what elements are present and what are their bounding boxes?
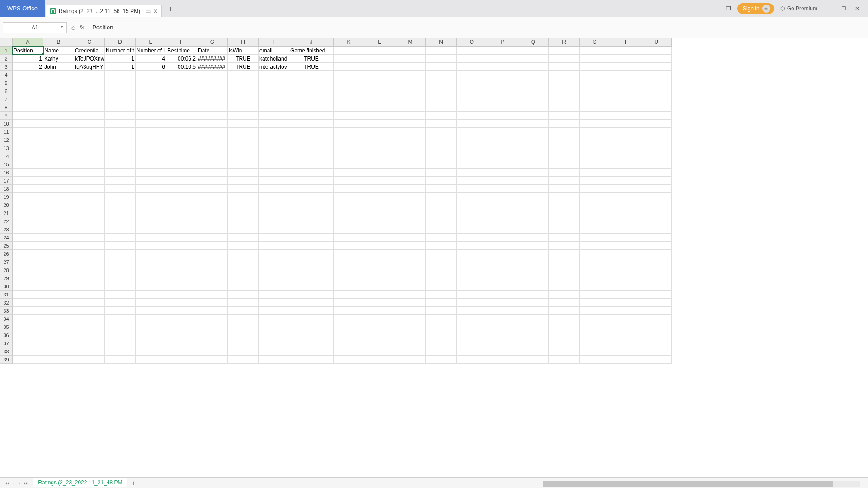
cell[interactable] — [518, 331, 549, 339]
cell[interactable] — [426, 169, 457, 177]
cell[interactable] — [228, 291, 259, 299]
cell[interactable] — [334, 144, 364, 152]
cell[interactable] — [289, 128, 334, 136]
cell[interactable] — [197, 103, 228, 112]
cell[interactable] — [197, 144, 228, 152]
cell[interactable] — [610, 185, 641, 193]
cell[interactable] — [334, 266, 364, 274]
cell[interactable] — [487, 282, 518, 291]
cell[interactable] — [641, 331, 672, 339]
row-header[interactable]: 18 — [0, 185, 13, 193]
cell[interactable] — [580, 225, 610, 234]
cell[interactable] — [74, 95, 105, 103]
cell[interactable] — [166, 282, 197, 291]
cell[interactable] — [136, 128, 166, 136]
cell[interactable] — [289, 315, 334, 323]
cell[interactable] — [610, 120, 641, 128]
cell[interactable] — [487, 315, 518, 323]
cell[interactable]: Date — [197, 47, 228, 55]
cell[interactable] — [136, 103, 166, 112]
cell[interactable] — [580, 103, 610, 112]
row-header[interactable]: 15 — [0, 160, 13, 169]
cell[interactable] — [487, 242, 518, 250]
cell[interactable] — [334, 201, 364, 209]
row-header[interactable]: 5 — [0, 79, 13, 87]
cell[interactable] — [641, 201, 672, 209]
cell[interactable] — [13, 299, 43, 307]
cell[interactable] — [166, 87, 197, 95]
cell[interactable] — [105, 266, 136, 274]
cell[interactable] — [610, 339, 641, 347]
cell[interactable] — [364, 242, 395, 250]
cell[interactable] — [457, 185, 487, 193]
cell[interactable] — [518, 315, 549, 323]
cell[interactable] — [166, 201, 197, 209]
row-header[interactable]: 39 — [0, 356, 13, 364]
cell[interactable] — [487, 225, 518, 234]
cell[interactable] — [549, 242, 580, 250]
cell[interactable] — [74, 152, 105, 160]
cell[interactable] — [136, 79, 166, 87]
cell[interactable] — [610, 217, 641, 225]
cell[interactable] — [487, 193, 518, 201]
cell[interactable] — [641, 144, 672, 152]
cell[interactable] — [549, 87, 580, 95]
cell[interactable] — [364, 120, 395, 128]
formula-input[interactable] — [89, 22, 865, 33]
cell[interactable] — [228, 217, 259, 225]
tab-close-icon[interactable]: ✕ — [153, 8, 158, 14]
cell[interactable] — [166, 160, 197, 169]
column-header[interactable]: U — [641, 38, 672, 47]
cell[interactable] — [395, 120, 426, 128]
cell[interactable] — [13, 193, 43, 201]
cell[interactable] — [580, 177, 610, 185]
cell[interactable] — [259, 169, 289, 177]
scrollbar-thumb[interactable] — [543, 481, 833, 487]
cell[interactable] — [197, 71, 228, 79]
cell[interactable] — [457, 356, 487, 364]
cell[interactable] — [641, 120, 672, 128]
cell[interactable] — [549, 160, 580, 169]
cell[interactable] — [74, 128, 105, 136]
cell[interactable]: Game finished — [289, 47, 334, 55]
cell[interactable] — [74, 242, 105, 250]
cell[interactable]: TRUE — [228, 63, 259, 71]
cell[interactable] — [364, 160, 395, 169]
cell[interactable] — [74, 120, 105, 128]
row-header[interactable]: 13 — [0, 144, 13, 152]
cell[interactable] — [289, 144, 334, 152]
cell[interactable] — [334, 112, 364, 120]
cell[interactable] — [259, 120, 289, 128]
cell[interactable]: kateholland — [259, 55, 289, 63]
cell[interactable] — [641, 169, 672, 177]
cell[interactable]: 1 — [105, 55, 136, 63]
cell[interactable] — [289, 242, 334, 250]
cell[interactable] — [197, 95, 228, 103]
home-tab[interactable]: WPS Office — [0, 0, 45, 17]
cell[interactable] — [395, 79, 426, 87]
cell[interactable] — [13, 160, 43, 169]
cell[interactable] — [549, 79, 580, 87]
column-header[interactable]: P — [487, 38, 518, 47]
cell[interactable] — [105, 120, 136, 128]
cell[interactable] — [289, 299, 334, 307]
cell[interactable] — [457, 177, 487, 185]
cell[interactable] — [43, 234, 74, 242]
cell[interactable] — [334, 331, 364, 339]
cell[interactable] — [43, 250, 74, 258]
cell[interactable] — [13, 356, 43, 364]
cell[interactable] — [549, 266, 580, 274]
cell[interactable] — [228, 274, 259, 282]
cell[interactable] — [43, 144, 74, 152]
cell[interactable] — [289, 152, 334, 160]
cell[interactable] — [166, 347, 197, 356]
cell[interactable] — [166, 144, 197, 152]
cell[interactable] — [395, 201, 426, 209]
cell[interactable] — [166, 177, 197, 185]
sheet-first-icon[interactable]: ⏮ — [5, 480, 9, 486]
cell[interactable] — [74, 323, 105, 331]
cell[interactable] — [610, 209, 641, 217]
cell[interactable] — [289, 103, 334, 112]
cell[interactable] — [259, 185, 289, 193]
cell[interactable] — [364, 63, 395, 71]
